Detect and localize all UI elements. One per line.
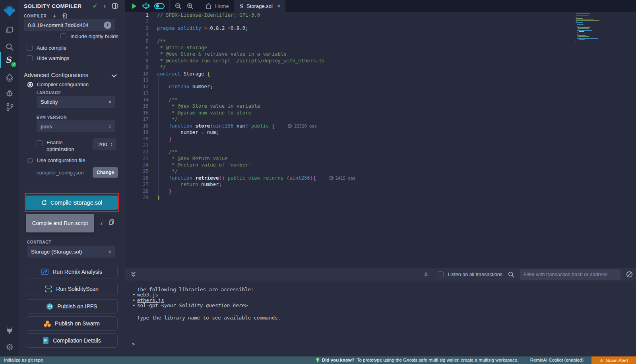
compile-success-icon: ✓ xyxy=(93,3,97,9)
enable-optimization-label: Enable optimization xyxy=(47,139,85,153)
chevron-right-icon[interactable]: › xyxy=(104,2,106,9)
code-line: 1// SPDX-License-Identifier: GPL-3.0 xyxy=(125,12,636,18)
optimization-runs-input[interactable]: 200 ▲▼ xyxy=(93,138,116,150)
terminal-prompt[interactable]: > xyxy=(132,341,135,347)
code-line: 6 * @title Storage xyxy=(125,45,636,51)
chevron-down-icon[interactable] xyxy=(111,74,117,77)
minimap[interactable] xyxy=(576,13,610,43)
search-icon[interactable] xyxy=(508,271,514,278)
code-line: 5/** xyxy=(125,38,636,45)
rail-remix-logo[interactable] xyxy=(0,3,19,19)
hide-warnings-label: Hide warnings xyxy=(37,55,69,61)
auto-compile-label: Auto compile xyxy=(37,45,66,51)
code-line: 26 function retrieve() public view retur… xyxy=(125,175,636,181)
add-compiler-icon[interactable]: + xyxy=(53,14,56,18)
nightly-builds-checkbox[interactable] xyxy=(60,33,66,39)
tab-home[interactable]: Home xyxy=(200,0,235,12)
select-arrows-icon: ▲▼ xyxy=(109,100,111,104)
compiler-version-select[interactable]: 0.8.19+commit.7dd6d404 ▲▼ xyxy=(24,19,115,31)
code-line: 20 } xyxy=(125,136,636,142)
play-icon xyxy=(132,3,137,9)
auto-compile-checkbox[interactable] xyxy=(27,45,33,51)
code-line: 27 return number; xyxy=(125,181,636,188)
run-script-button[interactable] xyxy=(128,0,140,12)
robot-icon xyxy=(142,2,150,10)
code-line: 3pragma solidity >=0.8.2 <0.9.0; xyxy=(125,25,636,31)
terminal-header: 0 Listen on all transactions xyxy=(125,268,636,281)
tip-bold: Did you know? xyxy=(322,356,355,364)
main-area: Home S Storage.sol × 1// SPDX-License-Id… xyxy=(125,0,636,356)
compiler-configuration-radio[interactable] xyxy=(27,82,33,87)
enable-optimization-checkbox[interactable] xyxy=(37,140,43,146)
publish-on-swarm-button[interactable]: Publish on Swarm xyxy=(26,316,118,331)
transaction-count: 0 xyxy=(425,271,427,277)
collapse-terminal-button[interactable] xyxy=(131,271,136,277)
copilot-toggle[interactable] xyxy=(152,0,167,12)
publish-on-ipfs-button[interactable]: IPFSPublish on IPFS xyxy=(26,299,118,314)
compilation-details-button[interactable]: Compilation Details xyxy=(26,333,118,348)
version-stepper-icon[interactable]: ▲▼ xyxy=(104,21,111,29)
rail-git[interactable] xyxy=(0,99,19,115)
did-you-know-tip: Did you know? To prototype using the Gno… xyxy=(316,356,518,364)
remixai-assistant-button[interactable] xyxy=(140,0,152,12)
tab-storage-sol[interactable]: S Storage.sol × xyxy=(235,0,286,12)
contract-select[interactable]: Storage (Storage.sol) ▲▼ xyxy=(27,246,115,258)
solidity-file-icon: S xyxy=(239,3,244,9)
run-remix-analysis-button[interactable]: Run Remix Analysis xyxy=(26,265,118,279)
listen-transactions-checkbox[interactable] xyxy=(438,271,444,277)
info-icon[interactable]: i xyxy=(101,220,102,226)
rail-debugger[interactable] xyxy=(0,85,19,101)
rail-settings[interactable]: ⚙ xyxy=(0,339,19,355)
runs-stepper-icon[interactable]: ▲▼ xyxy=(110,142,113,146)
rail-files[interactable] xyxy=(0,22,19,38)
terminal[interactable]: The following libraries are accessible:•… xyxy=(125,281,636,356)
terminal-line: •sol-gpt <your Solidity question here> xyxy=(137,303,281,308)
transaction-filter-input[interactable] xyxy=(520,269,620,280)
compile-and-run-button[interactable]: Compile and Run script xyxy=(26,214,94,232)
panel-divider xyxy=(19,190,125,190)
git-init-button[interactable]: Initialize as git repo xyxy=(4,356,43,364)
rail-solidity-compiler[interactable]: S✓ xyxy=(0,53,19,69)
use-configuration-file-radio[interactable] xyxy=(27,158,33,163)
change-config-button[interactable]: Change xyxy=(93,167,118,178)
config-file-name[interactable]: compiler_config.json xyxy=(37,170,84,176)
evm-version-select[interactable]: paris ▲▼ xyxy=(37,120,115,132)
code-line: 25 */ xyxy=(125,168,636,174)
code-line: 15 * @dev Store value in variable xyxy=(125,103,636,109)
pin-panel-icon[interactable] xyxy=(112,3,118,9)
close-tab-icon[interactable]: × xyxy=(277,3,281,9)
scam-alert-button[interactable]: ⚠ Scam Alert xyxy=(591,356,636,364)
compile-button[interactable]: Compile Storage.sol xyxy=(26,196,118,210)
rail-plugin-manager[interactable] xyxy=(0,323,19,339)
contract-label: CONTRACT xyxy=(27,240,51,244)
code-line: 17 */ xyxy=(125,116,636,122)
clear-filter-icon[interactable] xyxy=(626,271,633,278)
terminal-line: •ethers.js xyxy=(137,298,281,303)
rail-deploy-run[interactable] xyxy=(0,70,19,86)
gas-estimate: 22520 gas xyxy=(288,123,317,129)
terminal-line: Type the library name to see available c… xyxy=(137,315,281,320)
indent-guide xyxy=(158,77,159,194)
solidity-compiler-icon: S✓ xyxy=(4,56,15,66)
language-select[interactable]: Solidity ▲▼ xyxy=(37,96,115,108)
code-line: 2 xyxy=(125,18,636,25)
evm-version-label: EVM VERSION xyxy=(37,115,67,120)
copy-icon[interactable] xyxy=(109,219,114,225)
compiler-configuration-label: Compiler configuration xyxy=(37,81,89,87)
hide-warnings-checkbox[interactable] xyxy=(27,55,33,61)
plugin-manager-icon xyxy=(6,327,14,335)
advanced-configurations-header[interactable]: Advanced Configurations xyxy=(24,72,88,78)
zoom-out-button[interactable] xyxy=(172,0,184,12)
load-compiler-icon[interactable] xyxy=(62,13,67,19)
rail-search[interactable] xyxy=(0,39,19,55)
home-icon xyxy=(206,3,212,9)
gas-estimate: 2415 gas xyxy=(330,175,356,181)
code-line: 9 */ xyxy=(125,64,636,70)
run-solidityscan-button[interactable]: Run SolidityScan xyxy=(26,282,118,296)
zoom-in-button[interactable] xyxy=(184,0,196,12)
code-line: 23 * @dev Return value xyxy=(125,155,636,162)
copilot-status[interactable]: RemixAI Copilot (enabled) xyxy=(530,356,584,364)
code-line: 22 /** xyxy=(125,149,636,155)
code-editor[interactable]: 1// SPDX-License-Identifier: GPL-3.023pr… xyxy=(125,12,636,280)
panel-title: SOLIDITY COMPILER xyxy=(24,3,82,9)
